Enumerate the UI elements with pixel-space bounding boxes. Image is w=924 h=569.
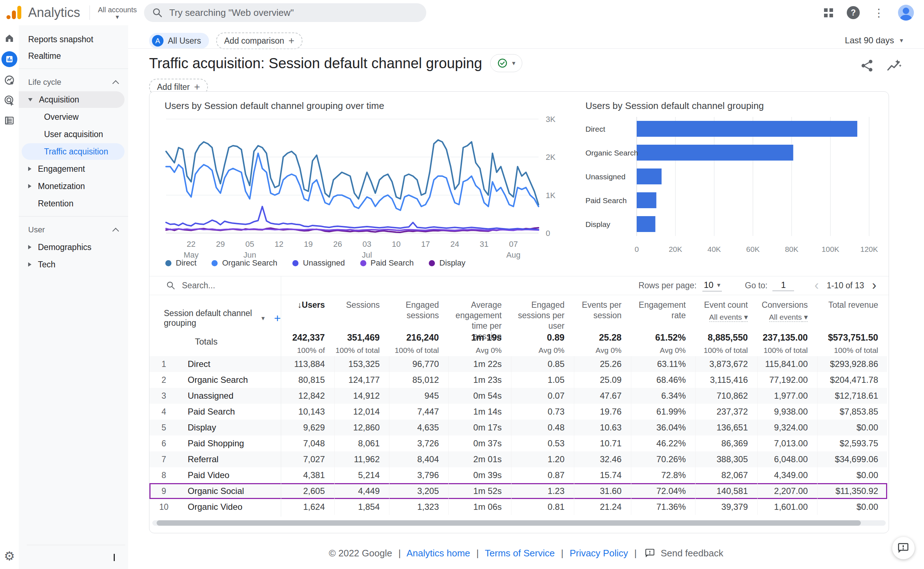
insights-icon[interactable] xyxy=(886,58,902,73)
goto-page-input[interactable] xyxy=(772,280,794,291)
table-row[interactable]: 6Paid Shopping7,0488,0613,7260m 37s0.531… xyxy=(149,435,887,451)
comparison-chips: A All Users Add comparison + xyxy=(149,32,303,49)
svg-text:10: 10 xyxy=(392,240,400,249)
reports-icon[interactable] xyxy=(2,51,17,67)
table-row[interactable]: 8Paid Video4,3815,2143,7960m 39s0.8715.7… xyxy=(149,467,887,483)
chevron-left-icon xyxy=(114,554,115,561)
analytics-logo[interactable]: Analytics xyxy=(6,5,80,20)
sidebar-divider xyxy=(19,216,128,216)
advertising-icon[interactable] xyxy=(2,93,17,108)
sidebar-section-user[interactable]: User xyxy=(19,222,128,238)
table-row[interactable]: 1Direct113,884153,32596,7701m 22s0.8525.… xyxy=(149,356,887,372)
sidebar-divider xyxy=(19,68,128,69)
collapse-sidebar-button[interactable] xyxy=(111,554,119,561)
analytics-home-link[interactable]: Analytics home xyxy=(406,548,470,558)
global-search[interactable] xyxy=(144,3,426,22)
sidebar-bottom-divider xyxy=(27,545,125,545)
account-picker[interactable]: All accounts ▾ xyxy=(96,6,139,20)
global-search-input[interactable] xyxy=(169,7,394,19)
sidebar-item-realtime[interactable]: Realtime xyxy=(19,48,128,64)
apps-grid-icon[interactable] xyxy=(824,8,833,17)
sidebar-item-demographics[interactable]: Demographics xyxy=(19,239,125,256)
sidebar-item-traffic-acquisition[interactable]: Traffic acquisition xyxy=(22,143,125,160)
legend-dot-icon xyxy=(212,260,218,266)
feedback-fab[interactable] xyxy=(892,537,915,559)
prev-page-icon[interactable]: ‹ xyxy=(814,280,819,291)
sidebar-item-engagement[interactable]: Engagement xyxy=(19,161,125,177)
table-row[interactable]: 5Display9,62912,8604,6350m 17s0.4810.633… xyxy=(149,420,887,435)
table-body: 1Direct113,884153,32596,7701m 22s0.8525.… xyxy=(149,356,887,515)
search-icon xyxy=(152,7,163,18)
svg-text:19: 19 xyxy=(304,240,312,249)
help-icon[interactable]: ? xyxy=(847,6,860,19)
gear-icon[interactable]: ⚙ xyxy=(0,549,19,563)
table-search[interactable] xyxy=(149,280,281,291)
sidebar-item-overview[interactable]: Overview xyxy=(22,109,125,125)
svg-text:80K: 80K xyxy=(785,245,798,253)
line-chart-title: Users by Session default channel groupin… xyxy=(164,100,384,111)
bar-chart-title: Users by Session default channel groupin… xyxy=(585,100,764,111)
sidebar-item-monetization[interactable]: Monetization xyxy=(19,178,125,195)
svg-text:Organic Search: Organic Search xyxy=(585,149,638,157)
topbar-actions: ? ⋮ xyxy=(824,5,924,21)
table-row-highlighted[interactable]: 9Organic Social2,6054,4493,2051m 52s1.23… xyxy=(149,483,887,499)
svg-text:1K: 1K xyxy=(546,191,556,200)
next-page-icon[interactable]: › xyxy=(872,280,876,291)
svg-text:12: 12 xyxy=(275,240,283,249)
table-row[interactable]: 4Paid Search10,14312,0147,4471m 14s0.731… xyxy=(149,404,887,420)
table-row[interactable]: 2Organic Search80,815124,17785,0121m 23s… xyxy=(149,372,887,388)
sidebar-section-life-cycle[interactable]: Life cycle xyxy=(19,74,128,91)
table-horizontal-scrollbar[interactable] xyxy=(152,520,886,526)
svg-text:40K: 40K xyxy=(708,245,721,253)
svg-text:Paid Search: Paid Search xyxy=(585,196,627,205)
privacy-link[interactable]: Privacy Policy xyxy=(569,548,628,558)
all-users-chip[interactable]: A All Users xyxy=(149,33,209,49)
explore-icon[interactable] xyxy=(2,73,17,87)
add-dimension-icon[interactable]: + xyxy=(274,312,281,325)
svg-text:2K: 2K xyxy=(546,153,556,162)
sidebar-item-tech[interactable]: Tech xyxy=(19,256,125,273)
chart-legend: DirectOrganic SearchUnassignedPaid Searc… xyxy=(165,258,466,268)
home-icon[interactable] xyxy=(2,31,17,46)
table-row[interactable]: 3Unassigned12,84214,9129450m 54s0.0747.6… xyxy=(149,388,887,404)
share-icon[interactable] xyxy=(860,58,874,73)
rows-per-page-label: Rows per page: xyxy=(638,281,697,291)
date-range-picker[interactable]: Last 90 days ▾ xyxy=(845,35,903,46)
search-icon xyxy=(166,281,175,290)
legend-item: Paid Search xyxy=(360,258,414,268)
chevron-down-icon: ▾ xyxy=(512,61,515,65)
library-icon[interactable] xyxy=(2,113,17,128)
table-row[interactable]: 7Referral7,02711,9628,4042m 01s1.2032.46… xyxy=(149,451,887,467)
more-options-icon[interactable]: ⋮ xyxy=(874,6,884,19)
svg-text:3K: 3K xyxy=(546,115,556,124)
rows-per-page-select[interactable]: 10 ▾ xyxy=(702,279,722,292)
page-title: Traffic acquisition: Session default cha… xyxy=(149,55,482,72)
data-quality-button[interactable]: ▾ xyxy=(490,54,522,72)
sidebar-item-user-acquisition[interactable]: User acquisition xyxy=(22,126,125,143)
feedback-icon xyxy=(645,548,655,558)
sidebar-item-acquisition[interactable]: Acquisition xyxy=(19,91,125,108)
legend-dot-icon xyxy=(292,260,298,266)
user-avatar[interactable] xyxy=(898,5,914,21)
svg-text:100K: 100K xyxy=(822,245,839,253)
goto-label: Go to: xyxy=(745,281,768,291)
table-pagination: Rows per page: 10 ▾ Go to: ‹ 1-10 of 13 … xyxy=(638,279,889,292)
add-comparison-chip[interactable]: Add comparison + xyxy=(216,32,303,49)
chevron-down-icon: ▾ xyxy=(717,283,720,288)
table-search-input[interactable] xyxy=(181,280,266,291)
chevron-up-icon xyxy=(112,80,119,87)
scrollbar-thumb[interactable] xyxy=(157,520,861,526)
arrow-right-icon xyxy=(28,167,31,171)
terms-link[interactable]: Terms of Service xyxy=(485,548,555,558)
topbar-divider xyxy=(90,5,90,20)
report-actions xyxy=(860,58,902,73)
header-divider xyxy=(128,48,924,49)
send-feedback-link[interactable]: Send feedback xyxy=(661,548,723,558)
arrow-down-icon xyxy=(28,98,32,101)
sidebar-item-retention[interactable]: Retention xyxy=(19,195,125,212)
copyright: © 2022 Google xyxy=(329,548,392,558)
table-row[interactable]: 10Organic Video1,6241,8541,3231m 06s0.81… xyxy=(149,499,887,515)
analytics-app: Analytics All accounts ▾ ? ⋮ xyxy=(0,0,924,569)
svg-text:05: 05 xyxy=(245,240,254,249)
sidebar-item-reports-snapshot[interactable]: Reports snapshot xyxy=(19,31,128,48)
